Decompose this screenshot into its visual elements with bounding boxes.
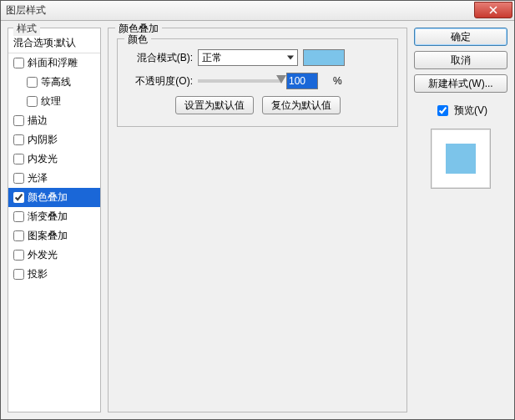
sidebar-item[interactable]: 外发光 (8, 245, 100, 265)
layer-style-dialog: 图层样式 样式 混合选项:默认斜面和浮雕等高线纹理描边内阴影内发光光泽颜色叠加渐… (0, 0, 515, 420)
blend-mode-value: 正常 (202, 51, 222, 65)
sidebar-item[interactable]: 描边 (8, 111, 100, 130)
blend-mode-combo[interactable]: 正常 (198, 49, 298, 66)
make-default-button[interactable]: 设置为默认值 (175, 96, 254, 114)
sidebar-item[interactable]: 内发光 (8, 149, 100, 169)
sidebar-item-label: 描边 (28, 114, 48, 128)
sidebar-item-label: 斜面和浮雕 (28, 56, 78, 70)
sidebar-item-label: 内发光 (28, 152, 58, 166)
opacity-slider[interactable] (198, 79, 281, 83)
blending-options-item[interactable]: 混合选项:默认 (8, 33, 100, 53)
preview-label: 预览(V) (454, 104, 487, 118)
sidebar-item-checkbox[interactable] (27, 77, 38, 88)
slider-thumb-icon[interactable] (276, 75, 286, 83)
sidebar-item[interactable]: 斜面和浮雕 (8, 53, 100, 73)
sidebar-item-label: 渐变叠加 (28, 210, 68, 224)
window-title: 图层样式 (6, 3, 474, 18)
overlay-color-swatch[interactable] (303, 49, 345, 66)
sidebar-item-label: 内阴影 (28, 133, 58, 147)
color-group: 颜色 混合模式(B): 正常 不透明度(O): (117, 38, 398, 127)
preview-box (431, 129, 491, 189)
sidebar-item-checkbox[interactable] (13, 134, 24, 145)
sidebar-legend: 样式 (13, 22, 40, 36)
sidebar-item-checkbox[interactable] (13, 58, 24, 68)
color-overlay-group: 颜色叠加 颜色 混合模式(B): 正常 不透明度(O): (108, 28, 407, 412)
color-group-legend: 颜色 (124, 33, 151, 47)
sidebar-item[interactable]: 渐变叠加 (8, 207, 100, 226)
sidebar-item[interactable]: 纹理 (8, 92, 100, 111)
center-panel: 颜色叠加 颜色 混合模式(B): 正常 不透明度(O): (108, 28, 407, 412)
sidebar-item-checkbox[interactable] (13, 115, 24, 126)
sidebar-item-checkbox[interactable] (13, 269, 24, 280)
preview-checkbox[interactable] (437, 105, 448, 116)
sidebar-item[interactable]: 内阴影 (8, 130, 100, 149)
sidebar-item-label: 图案叠加 (28, 229, 68, 243)
sidebar-item-checkbox[interactable] (27, 96, 38, 107)
reset-default-button[interactable]: 复位为默认值 (262, 96, 341, 114)
new-style-button[interactable]: 新建样式(W)... (414, 74, 507, 93)
titlebar[interactable]: 图层样式 (1, 1, 514, 21)
cancel-button[interactable]: 取消 (414, 51, 507, 69)
blend-mode-label: 混合模式(B): (126, 51, 193, 65)
sidebar-item-label: 外发光 (28, 248, 58, 262)
opacity-unit: % (333, 75, 342, 87)
sidebar-item-checkbox[interactable] (13, 192, 24, 203)
sidebar-item[interactable]: 等高线 (8, 73, 100, 92)
sidebar-item[interactable]: 投影 (8, 265, 100, 284)
sidebar-item-checkbox[interactable] (13, 250, 24, 261)
styles-sidebar: 样式 混合选项:默认斜面和浮雕等高线纹理描边内阴影内发光光泽颜色叠加渐变叠加图案… (8, 28, 101, 412)
chevron-down-icon (287, 56, 294, 60)
opacity-label: 不透明度(O): (126, 74, 193, 89)
ok-button[interactable]: 确定 (414, 28, 507, 46)
sidebar-item-checkbox[interactable] (13, 154, 24, 164)
sidebar-item[interactable]: 颜色叠加 (8, 188, 100, 207)
preview-swatch (446, 144, 476, 174)
preview-checkbox-row[interactable]: 预览(V) (414, 103, 507, 119)
sidebar-item-checkbox[interactable] (13, 211, 24, 222)
close-button[interactable] (474, 2, 512, 18)
opacity-input[interactable]: 100 (286, 73, 318, 89)
sidebar-item-label: 颜色叠加 (28, 190, 68, 205)
sidebar-item-label: 等高线 (41, 75, 71, 89)
sidebar-item[interactable]: 光泽 (8, 169, 100, 188)
right-column: 确定 取消 新建样式(W)... 预览(V) (414, 28, 507, 412)
sidebar-item-label: 光泽 (28, 171, 48, 185)
sidebar-item[interactable]: 图案叠加 (8, 226, 100, 245)
sidebar-item-checkbox[interactable] (13, 230, 24, 241)
sidebar-item-label: 投影 (28, 267, 48, 281)
sidebar-item-label: 纹理 (41, 94, 61, 109)
close-icon (489, 6, 497, 14)
sidebar-item-checkbox[interactable] (13, 173, 24, 184)
